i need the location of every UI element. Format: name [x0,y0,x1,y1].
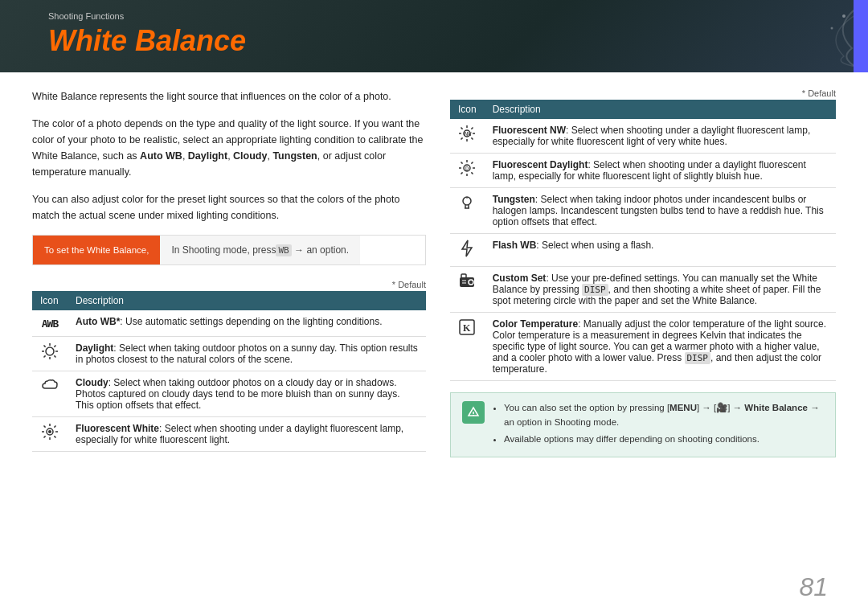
icon-tungsten [450,188,485,234]
tip-content: You can also set the option by pressing … [493,401,824,449]
left-table-icon-header: Icon [32,291,68,310]
svg-line-29 [472,128,473,129]
tip-box: You can also set the option by pressing … [450,392,836,457]
right-desc-custom-set: Custom Set: Use your pre-defined setting… [485,267,836,313]
icon-cloudy [32,371,68,417]
tip-icon [462,401,485,424]
table-row: NW Fluorescent NW: Select when shooting … [450,119,836,154]
header-decoration [707,0,868,72]
icon-color-temp: K [450,313,485,381]
intro-para3: You can also adjust color for the preset… [32,191,426,223]
svg-point-21 [48,430,51,433]
svg-text:K: K [463,322,471,334]
svg-line-40 [461,172,463,174]
svg-line-38 [472,172,473,174]
right-desc-tungsten: Tungsten: Select when taking indoor phot… [485,188,836,234]
left-desc-fluor-white: Fluorescent White: Select when shooting … [68,417,426,452]
left-desc-awb: Auto WB*: Use automatic settings dependi… [68,310,426,337]
right-desc-flash-wb: Flash WB: Select when using a flash. [485,234,836,267]
svg-point-56 [473,415,474,416]
svg-line-11 [44,355,46,357]
tip-line-1: You can also set the option by pressing … [504,401,824,430]
table-row: Daylight: Select when taking outdoor pho… [32,337,426,371]
left-table-desc-header: Description [68,291,426,310]
svg-line-19 [54,426,55,428]
table-row: K Color Temperature: Manually adjust the… [450,313,836,381]
left-column: White Balance represents the light sourc… [32,88,426,591]
icon-fluor-daylight: D [450,154,485,188]
left-desc-daylight: Daylight: Select when taking outdoor pho… [68,337,426,371]
svg-line-28 [472,137,473,139]
svg-line-10 [54,346,55,347]
svg-text:NW: NW [465,131,472,137]
right-desc-color-temp: Color Temperature: Manually adjust the c… [485,313,836,381]
right-icon-table: Icon Description [450,100,836,381]
icon-custom-set [450,267,485,313]
page-header: Shooting Functions White Balance [0,0,868,72]
intro-para1: White Balance represents the light sourc… [32,88,426,105]
svg-point-3 [46,347,54,355]
page-title: White Balance [48,24,246,58]
main-content: White Balance represents the light sourc… [0,72,868,591]
svg-point-1 [831,27,833,30]
right-column: * Default Icon Description [450,88,836,591]
section-label: Shooting Functions [48,11,124,21]
set-wb-instruction: In Shooting mode, press WB → an option. [160,236,360,264]
right-table-icon-header: Icon [450,100,485,119]
svg-marker-47 [462,240,472,256]
table-row: AWB Auto WB*: Use automatic settings dep… [32,310,426,337]
right-desc-fluor-nw: Fluorescent NW: Select when shooting und… [485,119,836,154]
svg-line-39 [472,162,473,164]
wb-key: WB [276,244,291,256]
icon-fluor-white [32,417,68,452]
table-row: Tungsten: Select when taking indoor phot… [450,188,836,234]
svg-line-27 [461,128,463,129]
page-number: 81 [799,572,828,602]
svg-line-17 [44,426,46,428]
svg-line-30 [461,137,463,139]
left-icon-table: Icon Description AWB Auto WB*: Use autom… [32,291,426,452]
icon-daylight [32,337,68,371]
svg-rect-49 [461,274,466,278]
default-label-right: * Default [450,88,836,98]
left-desc-cloudy: Cloudy: Select when taking outdoor photo… [68,371,426,417]
table-row: Fluorescent White: Select when shooting … [32,417,426,452]
icon-awb: AWB [32,310,68,337]
svg-text:D: D [465,166,469,172]
svg-line-9 [54,355,55,357]
right-table-desc-header: Description [485,100,836,119]
intro-para2: The color of a photo depends on the type… [32,116,426,180]
default-label-left: * Default [32,280,426,289]
tip-line-2: Available options may differ depending o… [504,433,824,447]
svg-line-20 [44,436,46,437]
icon-fluor-nw: NW [450,119,485,154]
table-row: Flash WB: Select when using a flash. [450,234,836,267]
table-row: Custom Set: Use your pre-defined setting… [450,267,836,313]
set-wb-box: To set the White Balance, In Shooting mo… [32,235,426,265]
table-row: D Fluorescent Daylight: Select when shoo… [450,154,836,188]
svg-line-18 [54,436,55,437]
svg-rect-48 [460,277,474,287]
set-wb-label: To set the White Balance, [33,236,160,264]
table-row: Cloudy: Select when taking outdoor photo… [32,371,426,417]
icon-flash-wb [450,234,485,267]
svg-line-37 [461,162,463,164]
svg-point-0 [842,14,845,18]
svg-line-8 [44,346,46,347]
right-desc-fluor-daylight: Fluorescent Daylight: Select when shooti… [485,154,836,188]
header-blue-bar [854,0,868,72]
